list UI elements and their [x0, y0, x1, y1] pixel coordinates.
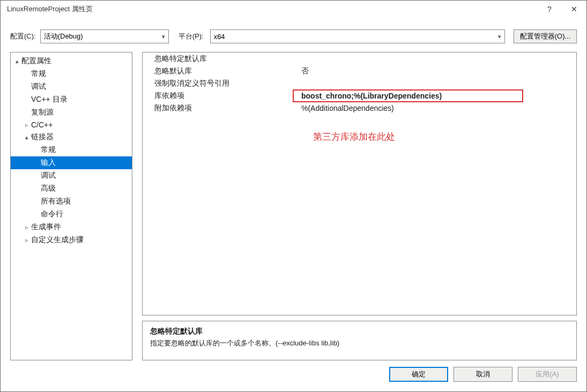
ok-button[interactable]: 确定 — [389, 367, 448, 382]
tree-item-label: 高级 — [40, 184, 56, 193]
config-select[interactable]: 活动(Debug) ▾ — [40, 29, 169, 43]
description-panel: 忽略特定默认库 指定要忽略的默认库的一个或多个名称。(--exclude-lib… — [142, 321, 577, 360]
dialog-footer: 确定 取消 应用(A) — [1, 360, 586, 382]
close-button[interactable]: ✕ — [562, 1, 586, 18]
config-value: 活动(Debug) — [44, 32, 83, 41]
chevron-down-icon: ▾ — [162, 33, 165, 40]
cancel-button[interactable]: 取消 — [454, 367, 512, 382]
help-button[interactable]: ? — [537, 1, 562, 18]
property-row[interactable]: 强制取消定义符号引用 — [143, 77, 576, 89]
tree-item[interactable]: 复制源 — [11, 106, 132, 119]
tree-item-label: 生成事件 — [30, 222, 61, 232]
expand-icon: ▹ — [24, 224, 30, 231]
tree-item[interactable]: 调试 — [11, 169, 132, 182]
property-value[interactable]: boost_chrono;%(LibraryDependencies) — [298, 92, 576, 100]
apply-button[interactable]: 应用(A) — [518, 367, 577, 382]
property-row[interactable]: 附加依赖项%(AdditionalDependencies) — [143, 102, 576, 114]
tree-item-label: 复制源 — [30, 108, 54, 117]
annotation-text: 第三方库添加在此处 — [313, 131, 395, 143]
tree-item-label: 调试 — [30, 82, 46, 92]
description-title: 忽略特定默认库 — [150, 327, 569, 336]
tree-item[interactable]: 调试 — [11, 80, 132, 93]
property-grid[interactable]: 忽略特定默认库忽略默认库否强制取消定义符号引用库依赖项boost_chrono;… — [142, 52, 577, 315]
property-name: 附加依赖项 — [143, 103, 298, 113]
tree-item[interactable]: ▴链接器 — [11, 131, 132, 144]
platform-label: 平台(P): — [179, 32, 204, 41]
tree-item-label: 常规 — [40, 145, 56, 155]
tree-item-label: 调试 — [40, 171, 56, 180]
tree-item[interactable]: ▹自定义生成步骤 — [11, 233, 132, 246]
tree-item[interactable]: ▹C/C++ — [11, 119, 132, 131]
tree-item-label: 所有选项 — [40, 197, 71, 206]
property-row[interactable]: 忽略特定默认库 — [143, 52, 576, 65]
expand-icon: ▴ — [24, 134, 30, 141]
nav-tree[interactable]: ▴配置属性常规调试VC++ 目录复制源▹C/C++▴链接器常规输入调试高级所有选… — [10, 52, 132, 360]
tree-item[interactable]: 高级 — [11, 182, 132, 195]
config-label: 配置(C): — [10, 32, 36, 41]
tree-item-label: 常规 — [30, 69, 46, 79]
tree-item-label: VC++ 目录 — [30, 95, 68, 104]
tree-item[interactable]: 所有选项 — [11, 195, 132, 208]
property-name: 忽略默认库 — [143, 66, 298, 76]
property-row[interactable]: 忽略默认库否 — [143, 65, 576, 77]
property-name: 忽略特定默认库 — [143, 54, 298, 64]
property-name: 库依赖项 — [143, 91, 298, 101]
tree-item[interactable]: ▹生成事件 — [11, 221, 132, 233]
tree-item-label: 链接器 — [30, 132, 54, 142]
property-name: 强制取消定义符号引用 — [143, 79, 298, 88]
tree-item[interactable]: 常规 — [11, 67, 132, 80]
tree-item-label: 自定义生成步骤 — [30, 235, 84, 245]
config-toolbar: 配置(C): 活动(Debug) ▾ 平台(P): x64 ▾ 配置管理器(O)… — [1, 18, 586, 52]
tree-item[interactable]: 命令行 — [11, 208, 132, 221]
property-value[interactable]: 否 — [298, 66, 576, 76]
tree-item-label: 命令行 — [40, 209, 63, 219]
description-text: 指定要忽略的默认库的一个或多个名称。(--exclude-libs lib,li… — [150, 338, 569, 348]
platform-value: x64 — [214, 33, 225, 41]
expand-icon: ▴ — [14, 58, 20, 65]
chevron-down-icon: ▾ — [498, 33, 501, 40]
platform-select[interactable]: x64 ▾ — [210, 29, 505, 43]
tree-item[interactable]: 常规 — [11, 144, 132, 156]
tree-item[interactable]: ▴配置属性 — [11, 55, 132, 67]
titlebar: LinuxRemoteProject 属性页 ? ✕ — [1, 1, 586, 18]
property-value[interactable]: %(AdditionalDependencies) — [298, 104, 576, 112]
config-manager-button[interactable]: 配置管理器(O)... — [514, 29, 577, 43]
expand-icon: ▹ — [24, 122, 30, 129]
tree-item[interactable]: 输入 — [11, 156, 132, 169]
tree-item-label: C/C++ — [30, 120, 53, 129]
window-title: LinuxRemoteProject 属性页 — [7, 4, 93, 14]
property-row[interactable]: 库依赖项boost_chrono;%(LibraryDependencies) — [143, 89, 576, 102]
tree-item[interactable]: VC++ 目录 — [11, 93, 132, 106]
expand-icon: ▹ — [24, 237, 30, 244]
tree-item-label: 输入 — [40, 158, 56, 168]
tree-item-label: 配置属性 — [20, 56, 51, 66]
